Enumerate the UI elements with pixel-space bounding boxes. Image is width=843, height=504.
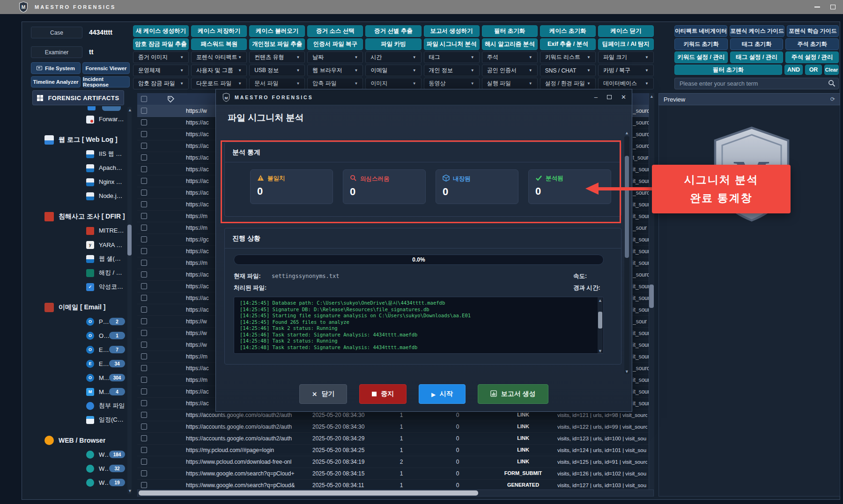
analysis-log-console[interactable]: [14:25:45] Database path: C:\Users\sukyo… [234,297,604,354]
filter-dropdown[interactable]: 파일 크기 [598,51,654,63]
sidebar-item[interactable]: Whale Download19 [25,475,126,489]
filter-dropdown[interactable]: 카빙 / 복구 [598,65,654,76]
filter-dropdown[interactable]: 압축 파일 [307,78,363,89]
row-checkbox[interactable] [141,236,147,242]
row-checkbox[interactable] [141,400,147,406]
sidebar-scrollbar-thumb[interactable] [127,225,132,256]
incident-response-button[interactable]: Incident Response [82,76,130,88]
filter-dropdown[interactable]: 설정 / 환경 파일 [540,78,596,89]
filter-dropdown[interactable]: 데이터베이스 [598,78,654,89]
dialog-scroll-up-icon[interactable]: ▲ [625,131,629,135]
row-checkbox[interactable] [141,131,147,137]
table-hscrollbar-thumb[interactable] [139,490,478,496]
row-checkbox[interactable] [141,377,147,383]
sidebar-section[interactable]: WEB / Browser [25,433,126,447]
sidebar-item[interactable]: Forwarded 로그 [25,112,126,126]
log-scrollbar-thumb[interactable] [598,312,602,329]
sidebar-section[interactable]: 침해사고 조사 [ DFIR ] [25,210,126,224]
dialog-minimize-icon[interactable] [594,94,598,101]
dialog-maximize-icon[interactable] [607,95,612,99]
toolbar-button[interactable]: 인증서 파일 복구 [307,38,363,50]
filter-dropdown[interactable]: USB 정보 [249,65,305,76]
toolbar-button[interactable]: 새 케이스 생성하기 [133,25,189,37]
sidebar-item[interactable]: Apache 웹 로그 [25,161,126,175]
row-checkbox[interactable] [141,248,147,254]
filter-dropdown[interactable]: 개인 정보 [424,65,480,76]
sidebar-item[interactable]: EEDB34 [25,357,126,371]
table-scroll-up-icon[interactable]: ▲ [650,94,654,99]
row-checkbox[interactable] [141,353,147,359]
row-checkbox[interactable] [141,283,147,289]
filter-dropdown[interactable]: 사용자 및 그룹 [191,65,247,76]
toolbar-button[interactable]: 패스워드 복원 [191,38,247,50]
toolbar-button[interactable]: 해시 알고리즘 분석 [482,38,538,50]
sidebar-item[interactable]: 첨부 파일 [25,399,126,413]
filter-dropdown[interactable]: SNS / CHAT [540,65,596,76]
sidebar-item[interactable]: 웹 셸(WebShell) [25,252,126,266]
panel-button[interactable]: 포렌식 케이스 가이드 [730,25,784,37]
row-checkbox[interactable] [141,388,147,394]
stop-button[interactable]: 중지 [359,384,407,404]
filter-dropdown[interactable]: 이미지 [365,78,421,89]
dialog-scroll-down-icon[interactable]: ▼ [625,369,629,374]
filter-dropdown[interactable]: 다운로드 파일 [191,78,247,89]
panel-button[interactable]: 태그 초기화 [730,38,784,50]
sidebar-section[interactable]: 웹 로그 [ Web Log ] [25,133,126,147]
filter-dropdown[interactable]: 증거 이미지 [133,51,189,63]
filter-dropdown[interactable]: 컨텐츠 유형 [249,51,305,63]
select-all-checkbox[interactable] [141,96,147,102]
row-checkbox[interactable] [141,435,147,441]
row-checkbox[interactable] [141,307,147,313]
search-input[interactable] [674,78,839,89]
forensic-viewer-button[interactable]: Forensic Viewer [82,62,130,74]
table-row[interactable]: https://my.pcloud.com//#page=login2025-0… [137,445,654,456]
sidebar-scrollbar[interactable] [127,107,132,494]
sidebar-item[interactable]: Whale Search Words32 [25,461,126,475]
sidebar-scroll-down-icon[interactable]: ▼ [128,489,132,493]
row-checkbox[interactable] [141,190,147,196]
row-checkbox[interactable] [141,271,147,278]
sidebar-item[interactable]: OEML [ MS Outlook ]7 [25,343,126,357]
row-checkbox[interactable] [141,318,147,324]
row-checkbox[interactable] [141,143,147,149]
panel-button[interactable]: 아티팩트 네비게이터 [674,25,727,37]
row-checkbox[interactable] [141,365,147,371]
log-scroll-up-icon[interactable]: ▲ [598,298,602,303]
close-button[interactable]: 닫기 [299,384,347,404]
toolbar-button[interactable]: 개인정보 파일 추출 [249,38,305,50]
forensic-artifacts-header[interactable]: FORENSIC ARTIFACTS [32,90,124,105]
panel-button[interactable]: 주석 초기화 [785,38,839,50]
filter-dropdown[interactable]: 키워드 리스트 [540,51,596,63]
row-checkbox[interactable] [141,447,147,453]
row-checkbox[interactable] [141,412,147,418]
filter-dropdown[interactable]: 포렌식 아티팩트 [191,51,247,63]
toolbar-button[interactable]: 케이스 닫기 [598,25,654,37]
panel-button[interactable]: 키워드 초기화 [674,38,728,50]
sidebar-item[interactable]: Nginx 웹 로그 [25,175,126,189]
manage-button[interactable]: 주석 설정 / 관리 [785,51,839,63]
row-checkbox[interactable] [141,119,147,125]
manage-button[interactable]: 태그 설정 / 관리 [730,51,784,63]
filter-dropdown[interactable]: 공인 인증서 [482,65,538,76]
row-checkbox[interactable] [141,470,147,476]
row-checkbox[interactable] [141,482,147,488]
timeline-analyzer-button[interactable]: Timeline Analyzer [31,76,81,88]
row-checkbox[interactable] [141,178,147,184]
filter-reset-button[interactable]: 필터 초기화 [674,65,782,75]
table-row[interactable]: https://www.google.com/search?q=pCloud+2… [137,468,654,480]
row-checkbox[interactable] [141,295,147,301]
toolbar-button[interactable]: Exif 추출 / 분석 [540,38,596,50]
row-checkbox[interactable] [141,201,147,207]
filter-dropdown[interactable]: 주석 [482,51,538,63]
file-system-button[interactable]: File System [31,62,81,74]
toolbar-button[interactable]: 케이스 불러오기 [249,25,305,37]
panel-button[interactable]: 포렌식 학습 가이드 [787,25,839,37]
sidebar-item[interactable]: Whale History184 [25,447,126,461]
row-checkbox[interactable] [141,166,147,172]
toolbar-button[interactable]: 케이스 초기화 [540,25,596,37]
sidebar-item[interactable]: MITRE ATT@CK 프레임워크 [25,224,126,238]
sidebar-item[interactable]: 해킹 / 크래킹 도구 [25,266,126,280]
toolbar-button[interactable]: 딥페이크 / AI 탐지 [598,38,654,50]
sidebar-item[interactable]: OMSG [ MS Outlook ]304 [25,371,126,385]
table-row[interactable]: https://accounts.google.com/o/oauth2/aut… [137,421,654,433]
